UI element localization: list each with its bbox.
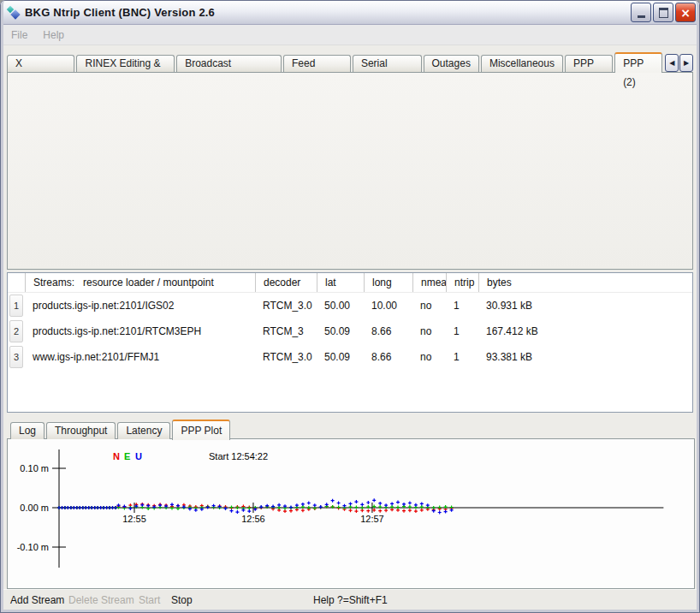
arrow-left-icon: ◀ (669, 59, 674, 67)
tab-log[interactable]: Log (10, 422, 44, 439)
streams-table: Streams: resource loader / mountpoint de… (7, 272, 693, 413)
mountpoint-cell: products.igs-ip.net:2101/IGS02 (25, 300, 255, 312)
close-icon: × (680, 7, 691, 19)
tab-miscellaneous[interactable]: Miscellaneous (481, 55, 563, 72)
tab-outages[interactable]: Outages (424, 55, 479, 72)
tab-rinex-ephemeris[interactable]: X Ephemeris (7, 55, 74, 72)
decoder-header[interactable]: decoder (255, 273, 317, 292)
ntrip-cell: 1 (446, 351, 478, 363)
tab-ppp-plot[interactable]: PPP Plot (172, 420, 230, 440)
bottom-tab-bar: Log Throughput Latency PPP Plot (10, 420, 232, 439)
svg-text:-0.10 m: -0.10 m (17, 542, 49, 552)
mountpoint-cell: www.igs-ip.net:2101/FFMJ1 (25, 351, 255, 363)
top-tab-bar: X Ephemeris RINEX Editing & QC Broadcast… (7, 51, 693, 72)
rownum-header (8, 273, 25, 292)
row-number[interactable]: 2 (9, 320, 23, 342)
bnc-window: BKG Ntrip Client (BNC) Version 2.6 × Fil… (0, 0, 700, 613)
tab-latency[interactable]: Latency (117, 422, 170, 439)
ntrip-header[interactable]: ntrip (446, 273, 478, 292)
ntrip-cell: 1 (446, 300, 478, 312)
mountpoint-header[interactable]: Streams: resource loader / mountpoint (25, 273, 255, 292)
maximize-button[interactable] (653, 3, 673, 22)
mountpoint-cell: products.igs-ip.net:2101/RTCM3EPH (25, 325, 255, 337)
title-bar[interactable]: BKG Ntrip Client (BNC) Version 2.6 × (1, 1, 699, 25)
svg-text:U: U (135, 451, 142, 461)
start-button[interactable]: Start (139, 594, 160, 606)
nmea-cell: no (412, 325, 446, 337)
nmea-cell: no (412, 300, 446, 312)
close-button[interactable]: × (675, 3, 696, 22)
long-cell: 10.00 (364, 300, 412, 312)
lat-cell: 50.09 (317, 325, 364, 337)
svg-text:E: E (124, 451, 130, 461)
nmea-cell: no (412, 351, 446, 363)
tab-ppp-2[interactable]: PPP (2) (614, 52, 662, 73)
table-row[interactable]: 3 www.igs-ip.net:2101/FFMJ1 RTCM_3.0 50.… (8, 344, 692, 370)
app-icon (7, 6, 21, 20)
tab-scroll-right-button[interactable]: ▶ (679, 54, 693, 72)
button-bar: Add Stream Delete Stream Start Stop Help… (3, 589, 697, 610)
stop-button[interactable]: Stop (171, 594, 193, 606)
svg-text:12:55: 12:55 (122, 514, 146, 524)
lat-cell: 50.00 (317, 300, 364, 312)
tab-feed-engine[interactable]: Feed Engine (283, 55, 351, 72)
menu-bar: File Help (3, 25, 697, 45)
tab-throughput[interactable]: Throughput (46, 422, 116, 439)
svg-text:12:57: 12:57 (360, 514, 384, 524)
add-stream-button[interactable]: Add Stream (10, 594, 64, 606)
tab-ppp-1[interactable]: PPP (1) (565, 55, 613, 72)
delete-stream-button[interactable]: Delete Stream (68, 594, 134, 606)
lat-cell: 50.09 (317, 351, 364, 363)
decoder-cell: RTCM_3.0 (255, 351, 317, 363)
row-number[interactable]: 1 (9, 295, 23, 317)
decoder-cell: RTCM_3.0 (255, 300, 317, 312)
tab-scroll-left-button[interactable]: ◀ (665, 54, 679, 72)
long-header[interactable]: long (364, 273, 412, 292)
nmea-header[interactable]: nmea (412, 273, 446, 292)
tab-broadcast-corrections[interactable]: Broadcast Corrections (176, 55, 282, 72)
bytes-header[interactable]: bytes (478, 273, 692, 292)
streams-table-header: Streams: resource loader / mountpoint de… (8, 273, 692, 293)
table-row[interactable]: 1 products.igs-ip.net:2101/IGS02 RTCM_3.… (8, 293, 692, 318)
window-title: BKG Ntrip Client (BNC) Version 2.6 (25, 6, 215, 19)
bytes-cell: 93.381 kB (478, 351, 692, 363)
lat-header[interactable]: lat (317, 273, 364, 292)
bytes-cell: 167.412 kB (478, 325, 692, 337)
svg-text:N: N (113, 451, 120, 461)
long-cell: 8.66 (364, 351, 412, 363)
svg-text:12:56: 12:56 (241, 514, 265, 524)
svg-text:Start 12:54:22: Start 12:54:22 (209, 451, 268, 461)
minimize-icon (638, 15, 645, 18)
tab-serial-output[interactable]: Serial Output (353, 55, 422, 72)
arrow-right-icon: ▶ (684, 59, 689, 67)
svg-text:0.00 m: 0.00 m (20, 503, 49, 513)
help-shortcut-label: Help ?=Shift+F1 (313, 594, 388, 606)
table-row[interactable]: 2 products.igs-ip.net:2101/RTCM3EPH RTCM… (8, 318, 692, 344)
bytes-cell: 30.931 kB (478, 300, 692, 312)
long-cell: 8.66 (364, 325, 412, 337)
ntrip-cell: 1 (446, 325, 478, 337)
menu-help[interactable]: Help (35, 27, 72, 44)
svg-text:0.10 m: 0.10 m (20, 463, 49, 473)
ppp2-panel (7, 72, 693, 270)
tab-rinex-editing[interactable]: RINEX Editing & QC (76, 55, 175, 72)
minimize-button[interactable] (631, 3, 651, 22)
ppp-plot-svg: 0.10 m0.00 m-0.10 m12:5512:5612:57NEUSta… (9, 439, 690, 586)
decoder-cell: RTCM_3 (255, 325, 317, 337)
row-number[interactable]: 3 (9, 346, 23, 368)
maximize-icon (659, 8, 668, 18)
menu-file[interactable]: File (3, 27, 35, 44)
